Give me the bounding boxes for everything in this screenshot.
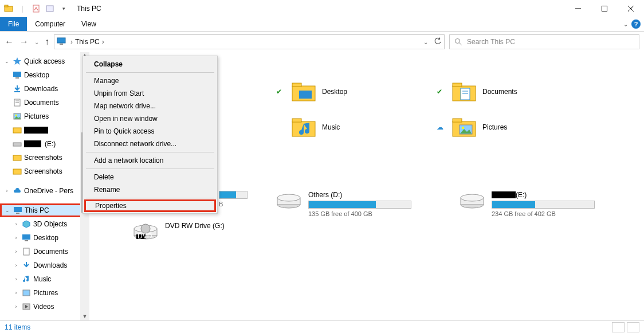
tree-desktop[interactable]: Desktop: [0, 68, 89, 82]
tree-onedrive[interactable]: › OneDrive - Pers: [0, 184, 89, 198]
svg-rect-33: [299, 91, 312, 99]
tree-downloads[interactable]: Downloads: [0, 82, 89, 96]
folder-icon: [13, 126, 22, 135]
ribbon-expand-icon[interactable]: ⌄: [623, 21, 628, 28]
chevron-right-icon[interactable]: ›: [13, 290, 19, 296]
help-icon[interactable]: ?: [631, 19, 641, 29]
svg-rect-13: [15, 77, 19, 79]
folder-icon: [13, 167, 22, 176]
close-button[interactable]: [618, 0, 644, 17]
tree-pictures[interactable]: › Pictures: [0, 286, 89, 300]
navbar: ← → ⌄ ↑ › This PC › ⌄ Search This PC: [0, 32, 644, 52]
downloads-icon: [13, 84, 22, 93]
chevron-right-icon[interactable]: ›: [13, 304, 19, 310]
chevron-right-icon[interactable]: ›: [13, 276, 19, 282]
pictures-folder-icon: [451, 117, 477, 138]
recent-dropdown-icon[interactable]: ⌄: [34, 39, 39, 45]
qat-dropdown-icon[interactable]: ▾: [57, 2, 70, 15]
svg-rect-9: [60, 44, 63, 45]
tree-downloads[interactable]: › Downloads: [0, 258, 89, 272]
desktop-icon: [13, 70, 22, 80]
chevron-right-icon[interactable]: ›: [13, 221, 19, 227]
chevron-right-icon[interactable]: ›: [13, 249, 19, 254]
drive-dvd[interactable]: DVD DVD RW Drive (G:): [133, 222, 293, 240]
maximize-button[interactable]: [591, 0, 618, 17]
breadcrumb-this-pc[interactable]: This PC: [74, 38, 101, 46]
redacted-label: [24, 127, 48, 134]
tree-quick-access[interactable]: ⌄ Quick access: [0, 54, 89, 68]
tab-view[interactable]: View: [73, 17, 104, 31]
chevron-down-icon[interactable]: ⌄: [3, 58, 10, 64]
folder-documents[interactable]: ✔ Documents: [437, 74, 597, 109]
new-folder-qat-icon[interactable]: [44, 2, 56, 15]
tree-e-drive[interactable]: (E:): [0, 137, 89, 151]
tree-documents[interactable]: › Documents: [0, 245, 89, 258]
svg-rect-2: [33, 5, 39, 12]
folder-desktop[interactable]: ✔ Desktop: [276, 74, 437, 109]
dvd-drive-icon: DVD: [133, 222, 158, 240]
tree-desktop[interactable]: › Desktop: [0, 231, 89, 245]
up-button[interactable]: ↑: [45, 37, 49, 47]
properties-qat-icon[interactable]: [30, 2, 42, 15]
ctx-unpin-start[interactable]: Unpin from Start: [85, 87, 215, 100]
separator: [86, 152, 214, 152]
tree-this-pc[interactable]: ⌄ This PC: [0, 203, 89, 217]
drive-hidden[interactable]: B: [219, 191, 253, 217]
chevron-right-icon[interactable]: ›: [102, 38, 104, 46]
ctx-properties[interactable]: Properties: [84, 199, 216, 212]
svg-rect-12: [13, 72, 21, 77]
refresh-button[interactable]: [434, 37, 442, 47]
back-button[interactable]: ←: [5, 37, 14, 47]
search-input[interactable]: Search This PC: [449, 34, 639, 49]
star-icon: [13, 57, 22, 66]
scroll-down-icon[interactable]: ▼: [83, 314, 88, 319]
ctx-manage[interactable]: Manage: [85, 75, 215, 87]
address-bar[interactable]: › This PC › ⌄: [54, 34, 445, 49]
folder-music[interactable]: Music: [276, 109, 437, 145]
separator: [86, 72, 214, 73]
downloads-icon: [22, 261, 31, 270]
tree-pictures[interactable]: Pictures: [0, 109, 89, 123]
chevron-right-icon[interactable]: ›: [13, 263, 19, 268]
ctx-disconnect-drive[interactable]: Disconnect network drive...: [85, 138, 215, 150]
view-large-icons-button[interactable]: [627, 322, 639, 332]
svg-point-10: [455, 39, 460, 44]
redacted-label: [492, 191, 516, 198]
tree-screenshots[interactable]: Screenshots: [0, 151, 89, 164]
drive-others-d[interactable]: Others (D:) 135 GB free of 400 GB: [276, 191, 437, 217]
svg-text:DVD: DVD: [138, 232, 152, 240]
chevron-right-icon[interactable]: ›: [13, 235, 19, 241]
svg-rect-42: [453, 119, 462, 122]
ctx-map-drive[interactable]: Map network drive...: [85, 100, 215, 112]
tab-file[interactable]: File: [0, 17, 27, 31]
address-dropdown-icon[interactable]: ⌄: [423, 39, 428, 45]
chevron-down-icon[interactable]: ⌄: [4, 207, 11, 213]
tree-3d-objects[interactable]: › 3D Objects: [0, 217, 89, 231]
ctx-open-new-window[interactable]: Open in new window: [85, 112, 215, 125]
ctx-delete[interactable]: Delete: [85, 171, 215, 183]
drive-usage-fill: [309, 201, 376, 208]
tree-screenshots[interactable]: Screenshots: [0, 164, 89, 178]
minimize-button[interactable]: [565, 0, 591, 17]
tree-documents[interactable]: Documents: [0, 96, 89, 109]
drive-usage-bar: [492, 201, 595, 209]
tree-redacted-folder[interactable]: [0, 123, 89, 137]
svg-line-11: [460, 43, 462, 45]
tree-videos[interactable]: › Videos: [0, 300, 89, 314]
chevron-right-icon[interactable]: ›: [3, 188, 10, 194]
tree-music[interactable]: › Music: [0, 272, 89, 286]
chevron-right-icon[interactable]: ›: [70, 38, 73, 46]
sync-ok-icon: ✔: [437, 88, 446, 96]
drive-usage-fill: [492, 201, 535, 208]
ctx-pin-quick-access[interactable]: Pin to Quick access: [85, 125, 215, 138]
forward-button[interactable]: →: [19, 37, 29, 47]
ctx-add-network-location[interactable]: Add a network location: [85, 154, 215, 167]
statusbar: 11 items: [0, 320, 644, 333]
view-details-button[interactable]: [612, 322, 625, 332]
tab-computer[interactable]: Computer: [27, 17, 73, 31]
folder-pictures[interactable]: ☁ Pictures: [437, 109, 597, 145]
ctx-collapse[interactable]: Collapse: [85, 58, 215, 70]
ctx-rename[interactable]: Rename: [85, 183, 215, 196]
drive-e[interactable]: (E:) 234 GB free of 402 GB: [460, 191, 620, 217]
context-menu: Collapse Manage Unpin from Start Map net…: [83, 56, 218, 214]
